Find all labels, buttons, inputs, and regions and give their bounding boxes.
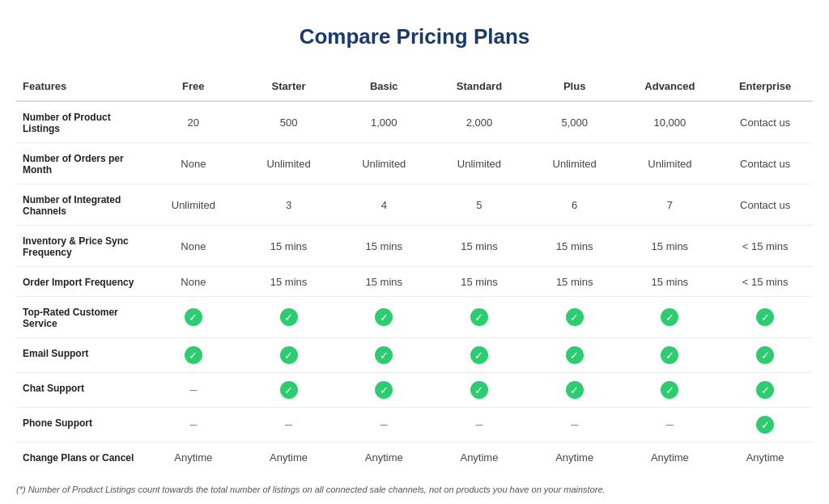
dash-icon: – (189, 417, 197, 431)
cell-value: Unlimited (623, 143, 718, 184)
cell-value: None (146, 267, 241, 297)
cell-value: 2,000 (432, 101, 527, 143)
plan-header-basic: Basic (336, 72, 432, 101)
cell-value: Anytime (241, 443, 337, 472)
cell-value: < 15 mins (717, 226, 813, 267)
cell-value: ✓ (432, 297, 527, 338)
cell-value: 6 (527, 184, 623, 226)
table-row: Number of Orders per MonthNoneUnlimitedU… (16, 143, 813, 184)
cell-value: ✓ (623, 297, 718, 338)
table-row: Order Import FrequencyNone15 mins15 mins… (16, 267, 813, 297)
cell-value: ✓ (527, 297, 623, 338)
plan-header-standard: Standard (432, 72, 527, 101)
cell-value: – (336, 408, 432, 443)
cell-value: ✓ (717, 338, 813, 373)
check-icon: ✓ (756, 381, 774, 399)
table-row: Number of Product Listings205001,0002,00… (16, 101, 813, 143)
cell-value: – (527, 408, 623, 443)
check-icon: ✓ (280, 381, 298, 399)
table-row: Top-Rated Customer Service✓✓✓✓✓✓✓ (16, 297, 813, 338)
cell-value: Anytime (336, 443, 432, 472)
feature-label: Email Support (16, 338, 146, 373)
cell-value: 10,000 (623, 101, 718, 143)
table-row: Number of Integrated ChannelsUnlimited34… (16, 184, 813, 226)
cell-value: ✓ (146, 338, 241, 373)
cell-value: Unlimited (146, 184, 241, 226)
plan-header-starter: Starter (241, 72, 337, 101)
table-row: Email Support✓✓✓✓✓✓✓ (16, 338, 813, 373)
page-title: Compare Pricing Plans (16, 24, 813, 49)
cell-value: ✓ (146, 297, 241, 338)
cell-value: Contact us (717, 143, 813, 184)
check-icon: ✓ (470, 346, 488, 364)
cell-value: 4 (336, 184, 432, 226)
check-icon: ✓ (756, 308, 774, 326)
table-row: Inventory & Price Sync FrequencyNone15 m… (16, 226, 813, 267)
table-body: Number of Product Listings205001,0002,00… (16, 101, 813, 472)
cell-value: 15 mins (623, 267, 718, 297)
cell-value: ✓ (336, 338, 432, 373)
dash-icon: – (189, 383, 197, 396)
cell-value: 15 mins (527, 267, 623, 297)
cell-value: ✓ (241, 338, 337, 373)
feature-label: Order Import Frequency (16, 267, 146, 297)
footnote: (*) Number of Product Listings count tow… (16, 485, 813, 494)
cell-value: 15 mins (336, 226, 432, 267)
cell-value: Unlimited (527, 143, 623, 184)
cell-value: 15 mins (527, 226, 623, 267)
cell-value: 20 (146, 101, 241, 143)
cell-value: 15 mins (241, 267, 337, 297)
check-icon: ✓ (661, 346, 678, 364)
cell-value: 3 (241, 184, 337, 226)
check-icon: ✓ (280, 308, 298, 326)
cell-value: ✓ (623, 373, 718, 408)
table-row: Change Plans or CancelAnytimeAnytimeAnyt… (16, 443, 813, 472)
plan-header-free: Free (146, 72, 241, 101)
cell-value: Anytime (717, 443, 813, 472)
check-icon: ✓ (566, 308, 584, 326)
feature-label: Number of Integrated Channels (16, 184, 146, 226)
cell-value: ✓ (527, 373, 623, 408)
check-icon: ✓ (375, 308, 393, 326)
cell-value: ✓ (336, 297, 432, 338)
cell-value: ✓ (717, 373, 813, 408)
cell-value: ✓ (241, 373, 337, 408)
check-icon: ✓ (185, 308, 202, 326)
cell-value: Unlimited (241, 143, 337, 184)
dash-icon: – (476, 417, 483, 431)
cell-value: None (146, 226, 241, 267)
cell-value: 7 (623, 184, 718, 226)
feature-label: Change Plans or Cancel (16, 443, 146, 472)
check-icon: ✓ (566, 381, 584, 399)
check-icon: ✓ (756, 346, 774, 364)
feature-label: Inventory & Price Sync Frequency (16, 226, 146, 267)
cell-value: 1,000 (336, 101, 432, 143)
table-row: Phone Support––––––✓ (16, 408, 813, 443)
check-icon: ✓ (661, 308, 678, 326)
check-icon: ✓ (756, 416, 774, 434)
dash-icon: – (285, 417, 292, 431)
dash-icon: – (571, 417, 578, 431)
cell-value: 15 mins (623, 226, 718, 267)
cell-value: Contact us (717, 184, 813, 226)
cell-value: Unlimited (336, 143, 432, 184)
check-icon: ✓ (470, 381, 488, 399)
cell-value: Anytime (432, 443, 527, 472)
cell-value: – (146, 373, 241, 408)
cell-value: ✓ (241, 297, 337, 338)
cell-value: Contact us (717, 101, 813, 143)
dash-icon: – (380, 417, 388, 431)
plan-header-advanced: Advanced (623, 72, 718, 101)
dash-icon: – (666, 417, 674, 431)
check-icon: ✓ (661, 381, 678, 399)
feature-label: Top-Rated Customer Service (16, 297, 146, 338)
cell-value: ✓ (432, 373, 527, 408)
check-icon: ✓ (375, 381, 393, 399)
check-icon: ✓ (470, 308, 488, 326)
feature-header: Features (16, 72, 146, 101)
cell-value: 15 mins (336, 267, 432, 297)
plan-header-plus: Plus (527, 72, 623, 101)
cell-value: ✓ (336, 373, 432, 408)
table-header: FeaturesFreeStarterBasicStandardPlusAdva… (16, 72, 813, 101)
cell-value: – (241, 408, 337, 443)
